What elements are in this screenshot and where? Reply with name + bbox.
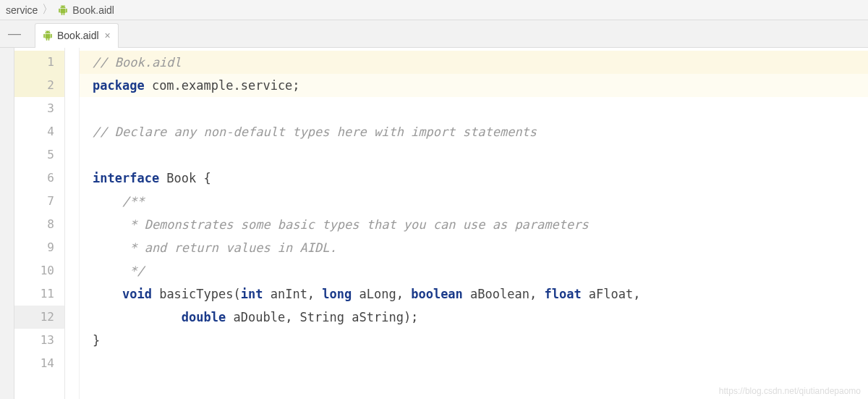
code-line — [80, 352, 868, 375]
line-number: 3 — [14, 97, 64, 120]
line-number: 12 — [14, 306, 64, 329]
chevron-right-icon: 〉 — [42, 2, 54, 17]
editor-tabs: Book.aidl × — [29, 20, 119, 47]
breadcrumb-item[interactable]: service — [6, 4, 38, 16]
code-editor[interactable]: // Book.aidl package com.example.service… — [80, 48, 868, 399]
android-icon — [43, 30, 53, 41]
line-number: 13 — [14, 329, 64, 352]
line-number: 9 — [14, 236, 64, 259]
line-number: 5 — [14, 143, 64, 167]
breadcrumb-file[interactable]: Book.aidl — [72, 4, 114, 16]
line-number: 4 — [14, 120, 64, 143]
gutter: 1 2 3 4 5 6 7 8 9 10 11 12 13 14 — [14, 48, 65, 399]
watermark: https://blog.csdn.net/qiutiandepaomo — [719, 386, 861, 396]
code-line: double aDouble, String aString); — [80, 306, 868, 329]
code-line: /** — [80, 190, 868, 213]
code-line: // Declare any non-default types here wi… — [80, 120, 868, 143]
line-number: 6 — [14, 167, 64, 190]
line-number: 11 — [14, 282, 64, 306]
code-line: // Book.aidl — [80, 51, 868, 74]
editor-top-row: — Book.aidl × — [0, 20, 868, 48]
breadcrumb: service 〉 Book.aidl — [0, 0, 868, 20]
code-line — [80, 97, 868, 120]
code-line — [80, 143, 868, 167]
collapse-panel-button[interactable]: — — [0, 26, 29, 41]
code-line: } — [80, 329, 868, 352]
line-number: 8 — [14, 213, 64, 236]
code-line: void basicTypes(int anInt, long aLong, b… — [80, 282, 868, 306]
android-icon — [58, 5, 68, 15]
code-line: */ — [80, 259, 868, 282]
line-number: 10 — [14, 259, 64, 282]
fold-strip — [65, 48, 80, 399]
tab-label: Book.aidl — [57, 30, 99, 41]
line-number: 7 — [14, 190, 64, 213]
code-line: * Demonstrates some basic types that you… — [80, 213, 868, 236]
line-number: 14 — [14, 352, 64, 375]
side-strip — [0, 48, 14, 399]
editor-tab[interactable]: Book.aidl × — [35, 23, 119, 48]
code-line: interface Book { — [80, 167, 868, 190]
editor-container: 1 2 3 4 5 6 7 8 9 10 11 12 13 14 // Book… — [0, 48, 868, 399]
code-line: * and return values in AIDL. — [80, 236, 868, 259]
close-icon[interactable]: × — [105, 30, 111, 41]
line-number: 2 — [14, 74, 64, 97]
line-number: 1 — [14, 51, 64, 74]
code-line: package com.example.service; — [80, 74, 868, 97]
